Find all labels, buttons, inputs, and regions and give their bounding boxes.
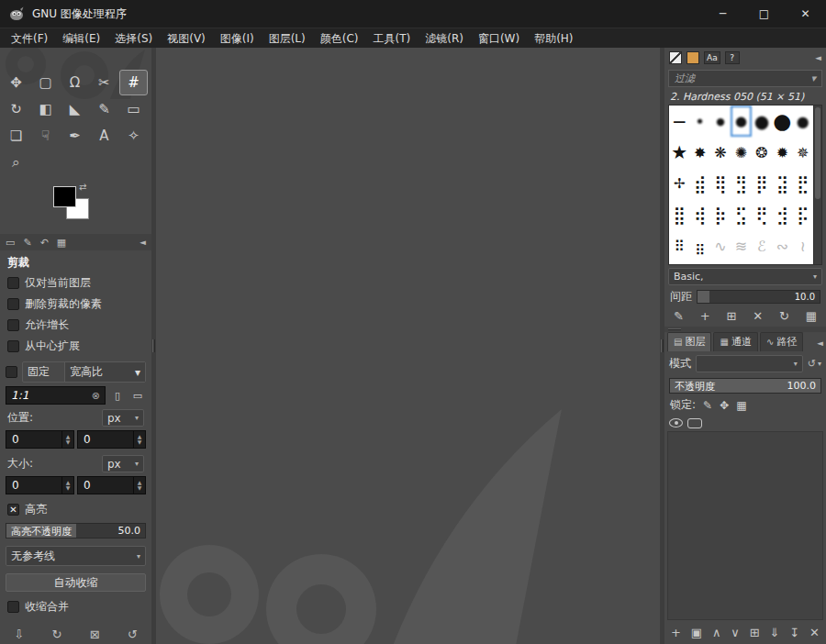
bucket-fill-tool[interactable]: ◣ <box>61 96 89 122</box>
brush-item[interactable]: ∾ <box>772 230 792 261</box>
anchor-layer-icon[interactable]: ↧ <box>789 626 799 639</box>
color-picker-tool[interactable]: ✧ <box>119 123 148 149</box>
close-button[interactable]: ✕ <box>785 0 826 28</box>
tool-option-row[interactable]: 允许增长 <box>0 315 151 336</box>
new-brush-icon[interactable]: + <box>700 309 710 323</box>
brush-item[interactable]: ⢾ <box>689 199 709 230</box>
layers-list[interactable] <box>667 431 823 620</box>
swap-colors-icon[interactable]: ⇄ <box>79 182 86 192</box>
stepper-down-icon[interactable]: ▼ <box>66 485 71 491</box>
brush-item[interactable]: ● <box>689 105 709 137</box>
brush-item[interactable]: ★ <box>669 137 689 168</box>
menu-item[interactable]: 图像(I) <box>213 28 262 49</box>
stepper-down-icon[interactable]: ▼ <box>138 485 142 491</box>
brushes-tab-icon[interactable] <box>669 51 682 64</box>
size-height-stepper[interactable]: ▲ ▼ <box>133 477 145 494</box>
tool-option-row[interactable]: 从中心扩展 <box>0 336 151 357</box>
brush-item[interactable]: ⡿ <box>752 168 772 199</box>
brush-item[interactable]: ⣶ <box>689 230 709 261</box>
shrink-merged-checkbox[interactable] <box>7 601 19 613</box>
menu-item[interactable]: 文件(F) <box>4 28 55 49</box>
spacing-slider[interactable]: 10.0 <box>697 290 820 304</box>
brush-item[interactable]: ✢ <box>669 168 689 199</box>
clear-ratio-icon[interactable]: ⊗ <box>92 390 100 402</box>
layers-dock-tab[interactable]: ▦ 通道 <box>713 332 757 351</box>
zoom-tool[interactable]: ⌕ <box>2 150 30 175</box>
size-width-spinbox[interactable]: 0 ▲ ▼ <box>6 476 74 494</box>
menu-item[interactable]: 帮助(H) <box>527 28 580 49</box>
lock-position-icon[interactable]: ✥ <box>720 399 729 412</box>
brush-item[interactable]: ● <box>793 105 813 137</box>
document-history-tab-icon[interactable]: ? <box>725 51 740 64</box>
size-width-stepper[interactable]: ▲ ▼ <box>61 477 73 494</box>
brush-item[interactable]: ⢿ <box>710 168 731 199</box>
portrait-orientation-icon[interactable]: ▯ <box>109 387 126 404</box>
fixed-kind-dropdown[interactable]: 宽高比 ▾ <box>64 362 145 382</box>
collapse-dock-icon[interactable]: ◄ <box>817 339 823 348</box>
brush-item[interactable]: ⣽ <box>772 168 792 199</box>
landscape-orientation-icon[interactable]: ▭ <box>129 387 146 404</box>
highlight-opacity-slider[interactable]: 高亮不透明度 50.0 <box>6 523 146 539</box>
brushes-scrollbar[interactable] <box>814 105 822 265</box>
patterns-tab-icon[interactable] <box>686 51 699 64</box>
tool-options-tab-icon[interactable]: ▭ <box>6 237 15 249</box>
brush-item[interactable]: ≀ <box>793 230 813 261</box>
position-unit-dropdown[interactable]: px ▾ <box>102 409 144 427</box>
tool-option-row[interactable]: 删除剪裁的像素 <box>0 294 151 315</box>
delete-layer-icon[interactable]: ✕ <box>809 626 820 639</box>
checkbox[interactable] <box>7 277 19 289</box>
minimize-button[interactable]: ─ <box>702 0 743 28</box>
brush-item[interactable]: ✹ <box>772 137 792 168</box>
brush-item[interactable]: ⣫ <box>731 199 751 230</box>
brush-item[interactable]: — <box>669 105 689 137</box>
brush-item[interactable]: ✵ <box>793 137 813 168</box>
fixed-checkbox[interactable] <box>6 366 17 378</box>
brush-item[interactable]: ⠿ <box>669 230 689 261</box>
visibility-eye-icon[interactable] <box>669 418 683 427</box>
clone-tool[interactable]: ❏ <box>2 123 30 149</box>
fonts-tab-icon[interactable]: Aa <box>704 51 720 64</box>
brush-item[interactable]: ⣟ <box>793 168 813 199</box>
guides-dropdown[interactable]: 无参考线 ▾ <box>6 546 146 566</box>
checkbox[interactable] <box>7 340 19 352</box>
size-unit-dropdown[interactable]: px ▾ <box>102 455 144 472</box>
duplicate-brush-icon[interactable]: ⊞ <box>726 309 736 323</box>
eraser-tool[interactable]: ▭ <box>119 96 148 122</box>
new-layer-icon[interactable]: + <box>671 626 681 639</box>
layer-mode-dropdown[interactable]: ▾ <box>696 355 803 372</box>
brush-item[interactable]: ❋ <box>710 137 731 168</box>
menu-item[interactable]: 颜色(C) <box>313 28 366 49</box>
lock-pixels-icon[interactable]: ✎ <box>703 399 712 412</box>
crop-tool[interactable]: # <box>119 70 148 95</box>
brush-item[interactable]: ✸ <box>689 137 709 168</box>
highlight-row[interactable]: ✕ 高亮 <box>0 496 151 520</box>
dock-splitter[interactable] <box>664 327 826 332</box>
brush-item[interactable]: ⣾ <box>689 168 709 199</box>
brush-item[interactable]: ⡯ <box>793 199 813 230</box>
checkbox[interactable] <box>7 319 19 331</box>
brush-item[interactable]: ⣺ <box>772 199 792 230</box>
brush-item[interactable]: ⣿ <box>669 199 689 230</box>
auto-shrink-button[interactable]: 自动收缩 <box>6 573 146 592</box>
brush-item[interactable]: ∿ <box>710 230 731 261</box>
save-tool-options-icon[interactable]: ⇩ <box>14 627 24 641</box>
delete-brush-icon[interactable]: ✕ <box>753 309 763 323</box>
paintbrush-tool[interactable]: ✎ <box>90 96 118 122</box>
open-brush-as-image-icon[interactable]: ▦ <box>806 309 817 323</box>
highlight-checkbox[interactable]: ✕ <box>7 504 19 516</box>
menu-item[interactable]: 工具(T) <box>366 28 419 49</box>
layer-opacity-slider[interactable]: 不透明度 100.0 <box>669 378 821 394</box>
brush-item[interactable]: ℰ <box>752 230 772 261</box>
brush-item[interactable]: ● <box>772 105 792 137</box>
size-height-spinbox[interactable]: 0 ▲ ▼ <box>77 476 146 494</box>
brush-item[interactable]: ≋ <box>731 230 751 261</box>
color-selector[interactable]: ⇄ <box>53 186 99 225</box>
brush-item[interactable]: ⡷ <box>710 199 731 230</box>
scissors-select-tool[interactable]: ✂ <box>90 70 118 95</box>
device-status-tab-icon[interactable]: ✎ <box>23 237 31 249</box>
free-select-tool[interactable]: Ω <box>61 70 89 95</box>
maximize-button[interactable]: □ <box>743 0 785 28</box>
brush-item[interactable]: ⣻ <box>731 168 751 199</box>
menu-item[interactable]: 视图(V) <box>160 28 213 49</box>
tool-option-row[interactable]: 仅对当前图层 <box>0 272 151 294</box>
